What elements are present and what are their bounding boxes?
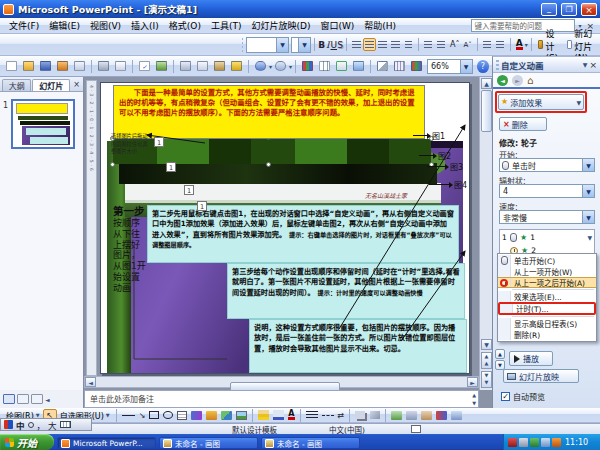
align-center-button[interactable] [363,38,376,51]
vertical-scrollbar[interactable]: ▲ ▼ ▲▲ ▼▼ [479,77,492,390]
dash-style-icon[interactable] [322,415,334,416]
decrease-indent-button[interactable] [481,38,494,51]
arrow-style-icon[interactable]: ⇄ [336,411,347,420]
previous-slide-button[interactable]: ▲▲ [481,352,492,369]
menu-window[interactable]: 窗口(W) [315,19,359,32]
line-style-icon[interactable] [306,411,318,420]
step2-box[interactable]: 第二步先用鼠标右键点击图1，在出现的对话窗口中选择“自定义动画”，再从右侧自定义… [147,205,459,263]
yellow-note-box[interactable]: 下面是一种最简单的设置方式，其他方式需要调整动画播放的快慢、延时，同时考虑退出的… [113,85,425,139]
animation-tag[interactable]: 1 [197,201,207,211]
slide-sorter-view-button[interactable] [17,394,29,404]
menu-slideshow[interactable]: 幻灯片放映(D) [246,19,315,32]
increase-font-button[interactable]: A˄ [448,40,461,49]
remove-button[interactable]: × 删除 [499,117,547,131]
show-grid-button[interactable] [391,59,408,74]
tab-outline[interactable]: 大纲 [2,79,31,91]
increase-indent-button[interactable] [494,38,507,51]
scroll-right-icon[interactable]: ► [467,377,478,387]
chevron-down-icon[interactable]: ▼ [582,159,594,171]
next-slide-button[interactable]: ▼▼ [481,371,492,388]
horizontal-scrollbar[interactable]: ◄ ► [84,376,479,388]
cut-icon[interactable] [177,59,194,74]
format-painter-icon[interactable] [228,59,245,74]
menu-edit[interactable]: 编辑(E) [44,19,85,32]
help-icon[interactable]: ? [477,60,489,73]
menu-timing[interactable]: 计时(T)... [498,302,596,315]
scroll-down-icon[interactable]: ▼ [481,339,492,350]
animation-tag[interactable]: 1 [166,162,176,172]
color-grayscale-button[interactable] [408,59,425,74]
minimize-button[interactable]: _ [541,3,557,16]
chevron-down-icon[interactable]: ▼ [582,211,594,223]
rotate-icon[interactable] [391,411,402,420]
picture-icon[interactable] [236,411,247,420]
checkbox-checked-icon[interactable]: ✓ [501,392,510,401]
scroll-left-icon[interactable]: ◄ [45,396,50,403]
email-button[interactable] [71,59,88,74]
tab-slides[interactable]: 幻灯片 [32,79,70,91]
close-icon[interactable]: × [581,3,597,16]
menu-view[interactable]: 视图(V) [85,19,126,32]
chevron-down-icon[interactable]: ▼ [298,38,310,52]
shadow-style-icon[interactable] [355,411,365,419]
add-effect-button[interactable]: ★ 添加效果 ▼ [498,94,584,110]
slideshow-view-button[interactable] [31,394,43,404]
close-panel-icon[interactable]: × [71,80,82,89]
3d-style-icon[interactable] [370,411,380,419]
back-icon[interactable]: ◄ [497,75,508,86]
ime-punctuation-indicator[interactable]: ， [37,419,46,431]
word-art-icon[interactable] [191,411,202,420]
close-pane-icon[interactable]: × [589,60,597,70]
slideshow-button[interactable]: 幻灯片放映 [503,369,579,383]
menu-start-on-click[interactable]: 单击开始(C) [498,255,596,266]
tray-safety-icon[interactable] [552,438,561,447]
design-template-status[interactable]: 默认设计模板 [232,424,277,435]
start-combo[interactable]: 单击时 ▼ [499,158,595,172]
menu-format[interactable]: 格式(O) [164,19,206,32]
zoom-combo[interactable]: 66%▼ [427,59,473,74]
tables-borders-button[interactable] [333,59,350,74]
research-button[interactable] [153,59,170,74]
soft-keyboard-icon[interactable] [60,421,71,428]
scroll-left-icon[interactable]: ◄ [85,377,96,387]
notes-scroll-up-icon[interactable]: ▲ [472,392,476,398]
menu-file[interactable]: 文件(F) [4,19,44,32]
animation-tag[interactable]: 1 [184,185,194,195]
speed-combo[interactable]: 非常慢 ▼ [499,210,595,224]
tray-antivirus-icon[interactable] [508,438,517,447]
insert-table-button[interactable] [316,59,333,74]
save-button[interactable] [37,59,54,74]
scrollbar-thumb[interactable] [481,90,492,132]
ime-mode-indicator[interactable]: 中 [16,419,25,431]
print-button[interactable] [95,59,112,74]
tray-volume-icon[interactable] [541,438,550,447]
chevron-down-icon[interactable]: ▼ [583,61,588,68]
spokes-combo[interactable]: 4 ▼ [499,184,595,198]
start-button[interactable]: 开始 [0,434,54,450]
rectangle-icon[interactable] [149,411,159,419]
animation-item-1[interactable]: 1 ★ 1 ▼ [501,231,593,244]
redo-button[interactable] [272,59,289,74]
ime-toolbar[interactable]: 中 ， 大 [0,418,92,431]
slide-thumbnail[interactable] [11,99,75,149]
copy-icon[interactable] [194,59,211,74]
chevron-down-icon[interactable]: ▼ [582,185,594,197]
autopreview-row[interactable]: ✓ 自动预览 [501,391,545,402]
menu-effect-options[interactable]: 效果选项(E)... [498,291,596,302]
align-left-button[interactable] [350,38,363,51]
ime-shape-indicator[interactable]: 大 [48,419,57,431]
slide-canvas[interactable]: 无名山溪战士家 1 1 1 1 下面是一种最简单的设置方式，其他方式需要调整动画… [100,82,470,374]
paste-icon[interactable] [211,59,228,74]
clip-art-icon[interactable] [221,411,232,420]
insert-chart-button[interactable] [299,59,316,74]
arrow-icon[interactable]: ↘ [137,411,148,420]
taskbar-window-powerpoint[interactable]: Microsoft PowerP... [57,437,156,449]
font-family-combo[interactable]: ▼ [246,37,289,53]
shadow-button[interactable]: S [337,40,343,50]
undo-button[interactable] [252,59,269,74]
font-size-combo[interactable]: ▼ [291,37,311,53]
menu-tools[interactable]: 工具(T) [206,19,247,32]
notes-area[interactable]: 单击此处添加备注 ▲ ▼ [84,390,479,408]
new-button[interactable] [3,59,20,74]
font-color-icon[interactable]: A [288,410,294,420]
